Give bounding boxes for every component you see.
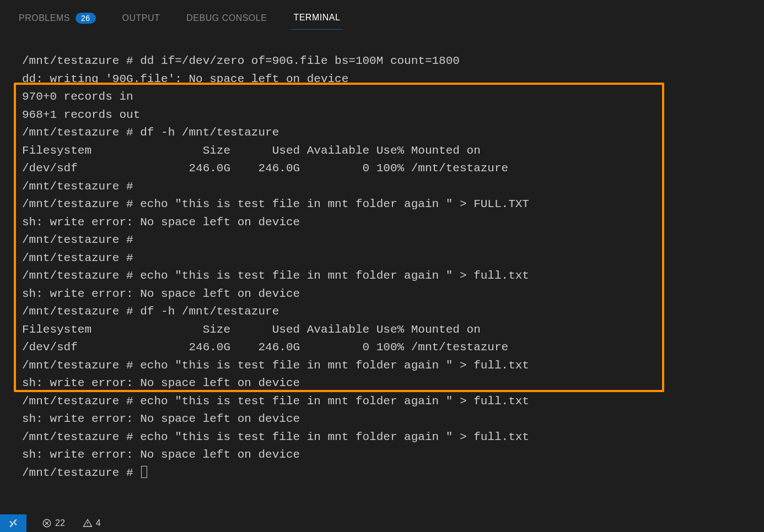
problems-count-badge: 26 <box>76 13 96 24</box>
warning-icon <box>83 518 93 528</box>
terminal-cursor <box>141 466 147 478</box>
terminal-line: /dev/sdf 246.0G 246.0G 0 100% /mnt/testa… <box>22 160 747 178</box>
terminal-line: /mnt/testazure # echo "this is test file… <box>22 267 747 285</box>
terminal-line: 970+0 records in <box>22 88 747 106</box>
tab-terminal[interactable]: TERMINAL <box>291 6 342 30</box>
terminal-line: /dev/sdf 246.0G 246.0G 0 100% /mnt/testa… <box>22 339 747 357</box>
terminal-line: /mnt/testazure # <box>22 231 747 249</box>
warning-count: 4 <box>96 518 101 528</box>
error-count: 22 <box>55 518 65 528</box>
terminal-line: /mnt/testazure # df -h /mnt/testazure <box>22 303 747 321</box>
terminal-line: sh: write error: No space left on device <box>22 374 747 393</box>
terminal-line: /mnt/testazure # echo "this is test file… <box>22 357 747 375</box>
terminal-line: /mnt/testazure # <box>22 249 747 268</box>
terminal-line: /mnt/testazure # dd if=/dev/zero of=90G.… <box>22 52 747 70</box>
terminal-line: Filesystem Size Used Available Use% Moun… <box>22 142 747 160</box>
diagnostics-group[interactable]: 22 4 <box>26 518 106 528</box>
terminal-output[interactable]: /mnt/testazure # dd if=/dev/zero of=90G.… <box>17 52 747 482</box>
terminal-prompt-line: /mnt/testazure # <box>22 464 747 482</box>
terminal-line: Filesystem Size Used Available Use% Moun… <box>22 321 747 339</box>
error-icon <box>42 518 52 528</box>
tab-problems-label: PROBLEMS <box>19 13 70 23</box>
terminal-line: sh: write error: No space left on device <box>22 446 747 464</box>
tab-output[interactable]: OUTPUT <box>120 7 163 30</box>
terminal-line: 968+1 records out <box>22 106 747 124</box>
status-bar: 22 4 <box>0 514 764 532</box>
terminal-line: sh: write error: No space left on device <box>22 410 747 428</box>
tab-debug-console-label: DEBUG CONSOLE <box>186 13 267 23</box>
tab-problems[interactable]: PROBLEMS 26 <box>17 6 98 30</box>
tab-terminal-label: TERMINAL <box>293 13 340 23</box>
terminal-line: /mnt/testazure # <box>22 178 747 196</box>
terminal-line: /mnt/testazure # echo "this is test file… <box>22 196 747 214</box>
terminal-line: /mnt/testazure # df -h /mnt/testazure <box>22 124 747 142</box>
panel-tabs: PROBLEMS 26 OUTPUT DEBUG CONSOLE TERMINA… <box>0 0 764 30</box>
tab-debug-console[interactable]: DEBUG CONSOLE <box>184 7 269 30</box>
remote-icon <box>8 518 19 529</box>
terminal-line: /mnt/testazure # echo "this is test file… <box>22 428 747 447</box>
terminal-line: sh: write error: No space left on device <box>22 285 747 303</box>
tab-output-label: OUTPUT <box>122 13 160 23</box>
terminal-line: /mnt/testazure # echo "this is test file… <box>22 393 747 411</box>
remote-host-button[interactable] <box>0 514 26 532</box>
terminal-line: sh: write error: No space left on device <box>22 214 747 232</box>
terminal-panel: /mnt/testazure # dd if=/dev/zero of=90G.… <box>0 30 764 514</box>
errors-status[interactable]: 22 <box>36 518 71 528</box>
warnings-status[interactable]: 4 <box>77 518 106 528</box>
terminal-line: dd: writing '90G.file': No space left on… <box>22 70 747 89</box>
